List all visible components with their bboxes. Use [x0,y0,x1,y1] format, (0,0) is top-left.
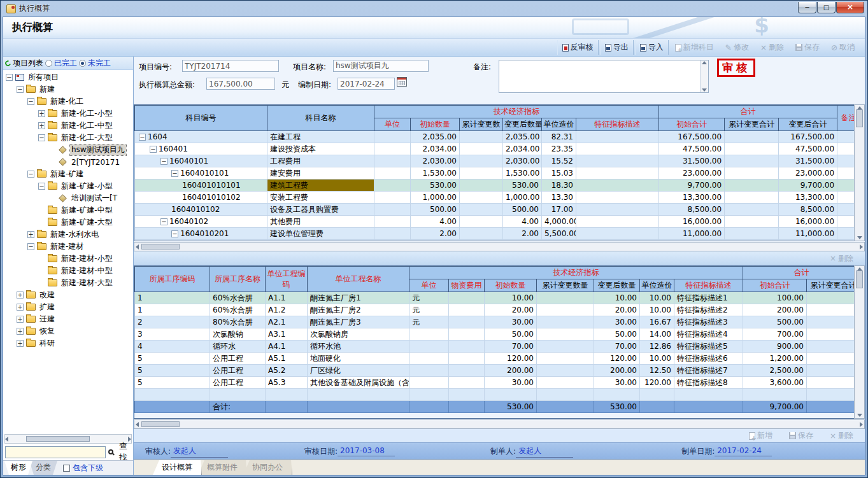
table-cell[interactable]: 47,500.00 [779,143,837,155]
table-cell[interactable] [576,228,659,240]
table-cell[interactable]: A4.1 [266,341,308,353]
table-cell[interactable] [537,389,594,401]
subject-table-horizontal-scrollbar[interactable] [134,242,865,251]
import-button[interactable]: 导入 [635,40,669,55]
table-row[interactable]: 160%水合肼A1.2酮连氮主厂房2元20.0020.0010.00特征指标描述… [135,304,855,316]
column-header[interactable]: 物资费用 [449,279,485,292]
tab-tree-view[interactable]: 树形 [4,461,32,475]
table-cell[interactable]: 特征指标描述4 [674,328,743,341]
completed-radio[interactable] [45,60,52,67]
table-cell[interactable] [725,155,779,167]
table-row[interactable]: 160%水合肼A1.1酮连氮主厂房1元10.0010.0010.00特征指标描述… [135,292,855,304]
subject-table-vertical-scrollbar[interactable] [854,104,865,241]
table-cell[interactable] [640,401,674,413]
table-row[interactable]: 5公用工程A5.3其他设备基础及附属设施（含30.0030.00120.00特征… [135,377,855,389]
table-cell[interactable]: 4 [135,341,210,353]
remark-field[interactable] [499,60,700,92]
minus-expander-icon[interactable]: − [17,86,24,93]
table-cell[interactable]: 530.00 [411,179,460,192]
table-cell[interactable]: 特征指标描述1 [674,292,743,304]
title-bar[interactable]: 执行概算 ─ □ × [3,1,865,17]
table-cell[interactable]: 16,000.00 [659,216,725,228]
table-cell[interactable] [576,131,659,143]
footer-delete-button[interactable]: × 删除 [825,428,858,443]
table-cell[interactable] [266,389,308,401]
tree-node[interactable]: −新建-化工 [3,95,133,108]
table-cell[interactable]: 设备及工器具购置费 [267,204,374,216]
scroll-down-icon[interactable] [857,414,862,417]
table-cell[interactable]: 160401010102 [135,192,267,204]
scroll-thumb[interactable] [141,421,180,427]
table-cell[interactable]: 循环水 [210,341,266,353]
table-cell[interactable] [725,216,779,228]
table-cell[interactable]: 2,035.00 [503,131,542,143]
table-cell[interactable]: 15.52 [542,155,576,167]
table-cell[interactable] [308,401,409,413]
table-cell[interactable] [537,328,594,341]
table-cell[interactable]: A5.1 [266,353,308,365]
footer-add-button[interactable]: 新增 [744,428,778,443]
minus-expander-icon[interactable]: − [38,183,45,190]
table-cell[interactable]: 次氯酸钠 [210,328,266,341]
table-cell[interactable]: 1,000.00 [411,192,460,204]
table-cell[interactable]: 特征指标描述6 [674,353,743,365]
table-cell[interactable] [725,167,779,179]
table-cell[interactable]: 530.00 [503,179,542,192]
table-cell[interactable] [576,192,659,204]
table-cell[interactable]: 30.00 [594,316,640,328]
table-cell[interactable]: −160401 [135,143,267,155]
table-cell[interactable] [460,228,503,240]
table-cell[interactable]: 200.00 [743,304,807,316]
table-cell[interactable]: A1.1 [266,292,308,304]
completed-radio-label[interactable]: 已完工 [54,58,77,69]
save-button[interactable]: 保存 [790,40,825,55]
table-row[interactable]: 4循环水A4.1循环水池70.0070.0012.86特征指标描述5900.00 [135,341,855,353]
table-cell[interactable]: −1604010101 [135,167,267,179]
tree-node-label[interactable]: 新建 [38,84,56,95]
tree-node-label[interactable]: 新建-化工-中型 [60,120,114,131]
table-cell[interactable]: 17.00 [542,204,576,216]
table-cell[interactable]: A2.1 [266,316,308,328]
unit-table-vertical-scrollbar[interactable] [854,265,865,419]
table-cell[interactable] [449,328,485,341]
minus-expander-icon[interactable]: − [27,171,34,178]
table-cell[interactable]: 酮连氮主厂房2 [308,304,409,316]
table-cell[interactable]: 2,034.00 [411,143,460,155]
table-cell[interactable] [807,401,855,413]
table-cell[interactable]: 酮连氮主厂房3 [308,316,409,328]
plus-expander-icon[interactable]: + [38,122,45,129]
table-cell[interactable]: 5,500.00 [542,228,576,240]
table-cell[interactable]: 9,700.00 [779,179,837,192]
table-row[interactable]: 280%水合肼A2.1酮连氮主厂房3元30.0030.0016.67特征指标描述… [135,316,855,328]
table-cell[interactable]: 2.00 [411,228,460,240]
table-cell[interactable] [537,365,594,377]
column-header[interactable]: 初始合计 [659,118,725,131]
minus-expander-icon[interactable]: − [27,98,34,105]
table-cell[interactable]: 12.86 [640,341,674,353]
tree-node-label[interactable]: 新建-矿建-大型 [60,217,114,228]
table-cell[interactable] [725,131,779,143]
table-cell[interactable] [460,216,503,228]
tree-node-label[interactable]: 新建-化工 [49,96,85,107]
column-header[interactable]: 累计变更数量 [537,279,594,292]
column-header[interactable]: 所属工序编码 [135,267,210,292]
plus-expander-icon[interactable]: + [17,328,24,335]
table-cell[interactable]: 1 [135,292,210,304]
tree-node[interactable]: −新建-建材 [3,241,133,253]
table-cell[interactable]: 10.00 [640,353,674,365]
table-cell[interactable] [807,365,855,377]
tree-node-label[interactable]: 新建-矿建-小型 [60,181,114,192]
table-cell[interactable]: 30.00 [485,377,537,389]
tree-node[interactable]: +新建-化工-小型 [3,108,133,120]
table-cell[interactable]: 160401010101 [135,179,267,192]
table-cell[interactable] [807,316,855,328]
tree-node[interactable]: −所有项目 [3,71,133,83]
table-cell[interactable] [374,155,411,167]
table-cell[interactable] [409,341,449,353]
table-cell[interactable] [807,377,855,389]
column-header[interactable]: 备注 [837,106,854,131]
table-cell[interactable]: 4.00 [503,216,542,228]
table-cell[interactable] [135,389,210,401]
column-header[interactable]: 特征指标描述 [674,279,743,292]
tree-node-label[interactable]: 恢复 [38,326,56,337]
